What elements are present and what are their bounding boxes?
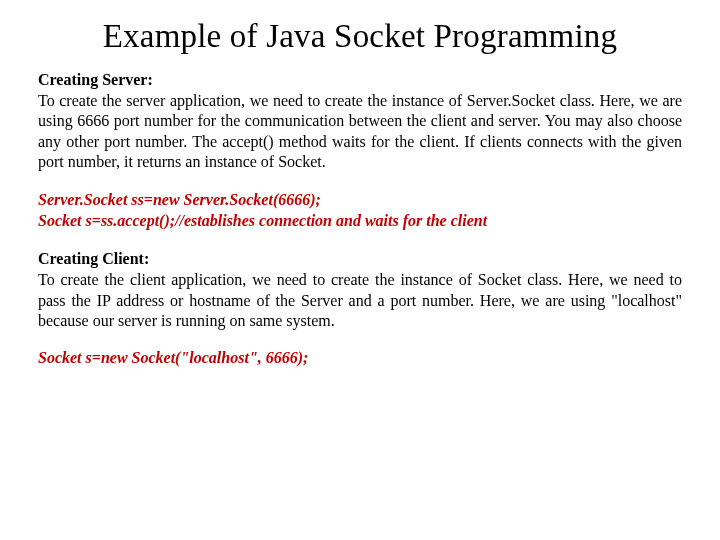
slide-title: Example of Java Socket Programming	[38, 18, 682, 55]
client-code-line-1: Socket s=new Socket("localhost", 6666);	[38, 347, 682, 369]
client-heading: Creating Client:	[38, 250, 682, 268]
server-paragraph: To create the server application, we nee…	[38, 91, 682, 173]
server-code-block: Server.Socket ss=new Server.Socket(6666)…	[38, 189, 682, 232]
server-code-line-1: Server.Socket ss=new Server.Socket(6666)…	[38, 189, 682, 211]
server-code-line-2: Socket s=ss.accept();//establishes conne…	[38, 210, 682, 232]
server-heading: Creating Server:	[38, 71, 682, 89]
client-code-block: Socket s=new Socket("localhost", 6666);	[38, 347, 682, 369]
client-paragraph: To create the client application, we nee…	[38, 270, 682, 331]
